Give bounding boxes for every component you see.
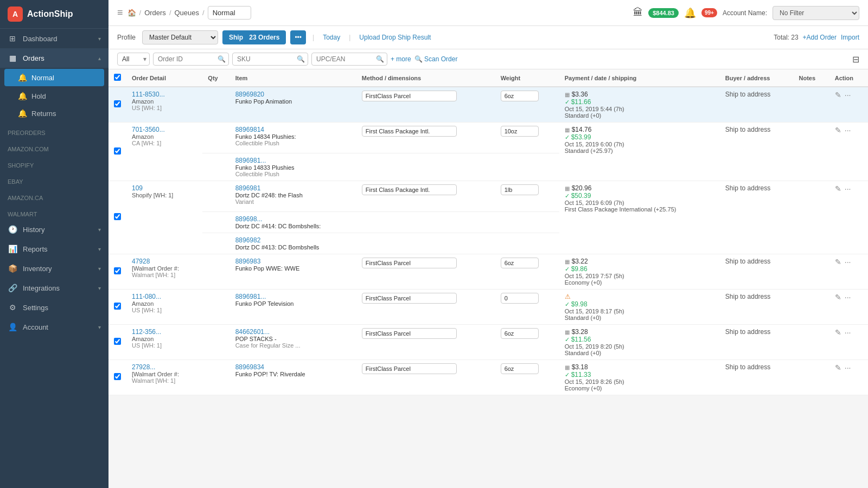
hamburger-icon[interactable]: ≡ — [117, 7, 123, 18]
weight-select[interactable]: 6oz — [501, 91, 539, 101]
scan-order-button[interactable]: 🔍 Scan Order — [414, 55, 458, 63]
payment-amount: $11.66 — [571, 98, 591, 106]
item-sku[interactable]: 8896981... — [235, 293, 351, 300]
row-checkbox[interactable] — [114, 303, 121, 310]
edit-icon[interactable]: ✎ — [835, 363, 841, 372]
order-id[interactable]: 112-356... — [132, 328, 197, 336]
edit-icon[interactable]: ✎ — [835, 184, 841, 193]
weight-select[interactable]: 6oz — [501, 328, 539, 339]
edit-icon[interactable]: ✎ — [835, 293, 841, 301]
row-checkbox[interactable] — [114, 373, 121, 380]
item-sku[interactable]: 88969820 — [235, 91, 351, 98]
ship-to-address[interactable]: Ship to address — [725, 258, 770, 265]
sidebar-item-inventory[interactable]: 📦 Inventory ▾ — [0, 259, 108, 278]
more-actions-icon[interactable]: ··· — [845, 363, 851, 372]
item-sku[interactable]: 84662601... — [235, 328, 351, 336]
row-checkbox[interactable] — [114, 338, 121, 345]
method-select[interactable]: First Class Package Intl. — [362, 126, 457, 137]
ship-to-address[interactable]: Ship to address — [725, 363, 770, 371]
item-sku[interactable]: 8896981... — [235, 157, 351, 164]
table-row: 111-080... Amazon US [WH: 1] 8896981... … — [108, 290, 868, 325]
import-button[interactable]: Import — [841, 34, 859, 41]
more-actions-icon[interactable]: ··· — [845, 293, 851, 301]
row-checkbox[interactable] — [114, 267, 121, 274]
sidebar-item-dashboard[interactable]: ⊞ Dashboard ▾ — [0, 29, 108, 48]
ship-to-address[interactable]: Ship to address — [725, 126, 770, 133]
method-select[interactable]: First Class Package Intl. — [362, 184, 457, 195]
sidebar-item-reports[interactable]: 📊 Reports ▾ — [0, 239, 108, 259]
breadcrumb-home[interactable]: 🏠 — [127, 9, 136, 17]
row-checkbox[interactable] — [114, 100, 121, 107]
ship-button[interactable]: Ship 23 Orders — [222, 30, 286, 44]
method-select[interactable]: FirstClass Parcel — [362, 363, 457, 374]
ship-to-address[interactable]: Ship to address — [725, 293, 770, 300]
more-actions-icon[interactable]: ··· — [845, 258, 851, 266]
ship-to-address[interactable]: Ship to address — [725, 328, 770, 336]
edit-icon[interactable]: ✎ — [835, 258, 841, 266]
weight-select[interactable]: 0 — [501, 293, 539, 304]
order-id[interactable]: 701-3560... — [132, 126, 197, 133]
order-id[interactable]: 111-8530... — [132, 91, 197, 98]
upc-search-icon[interactable]: 🔍 — [376, 55, 384, 63]
more-actions-icon[interactable]: ··· — [845, 91, 851, 99]
bell-notifications-icon[interactable]: 🔔 — [684, 7, 696, 19]
weight-select[interactable]: 6oz — [501, 258, 539, 268]
filter-dropdown[interactable]: No Filter — [773, 6, 859, 20]
item-sku[interactable]: 8896983 — [235, 258, 351, 265]
item-variant: Collectible Plush — [235, 171, 351, 177]
sidebar-item-orders[interactable]: ▦ Orders ▴ — [0, 48, 108, 68]
queue-dropdown[interactable]: Normal Hold Returns — [208, 6, 251, 20]
edit-icon[interactable]: ✎ — [835, 91, 841, 99]
sidebar-item-normal[interactable]: 🔔 Normal — [4, 69, 104, 86]
order-id[interactable]: 111-080... — [132, 293, 197, 300]
building-icon[interactable]: 🏛 — [633, 7, 643, 18]
row-checkbox[interactable] — [114, 213, 121, 220]
sidebar-item-account[interactable]: 👤 Account ▾ — [0, 317, 108, 337]
more-filters-button[interactable]: + more — [391, 55, 411, 63]
profile-select[interactable]: Master Default — [142, 30, 218, 44]
ship-to-address[interactable]: Ship to address — [725, 184, 770, 192]
add-order-button[interactable]: +Add Order — [803, 34, 837, 41]
more-actions-icon[interactable]: ··· — [845, 184, 851, 193]
item-sku[interactable]: 8896982 — [235, 236, 351, 244]
ship-to-address[interactable]: Ship to address — [725, 91, 770, 98]
method-select[interactable]: FirstClass Parcel — [362, 258, 457, 268]
sidebar-item-settings[interactable]: ⚙ Settings — [0, 298, 108, 317]
payment-date: Oct 15, 2019 8:20 (5h) — [565, 343, 714, 350]
method-select[interactable]: FirstClass Parcel — [362, 328, 457, 339]
breadcrumb-orders[interactable]: Orders — [144, 9, 166, 17]
row-checkbox[interactable] — [114, 147, 121, 155]
order-id[interactable]: 47928 — [132, 258, 197, 265]
edit-icon[interactable]: ✎ — [835, 126, 841, 134]
columns-button[interactable]: ⊟ — [852, 54, 859, 65]
ship-dots-button[interactable]: ••• — [290, 30, 306, 44]
method-select[interactable]: FirstClass Parcel — [362, 293, 457, 304]
sidebar-item-integrations[interactable]: 🔗 Integrations ▾ — [0, 278, 108, 298]
order-detail-cell: 111-080... Amazon US [WH: 1] — [126, 290, 202, 325]
sku-search-icon[interactable]: 🔍 — [297, 55, 305, 63]
today-button[interactable]: Today — [321, 30, 342, 44]
more-actions-icon[interactable]: ··· — [845, 328, 851, 337]
item-sku[interactable]: 88969814 — [235, 126, 351, 133]
breadcrumb-queues[interactable]: Queues — [175, 9, 200, 17]
sidebar-item-returns[interactable]: 🔔 Returns — [0, 105, 108, 122]
search-icon[interactable]: 🔍 — [218, 55, 226, 63]
item-sku[interactable]: 889698... — [235, 215, 351, 223]
sidebar-item-history[interactable]: 🕐 History ▾ — [0, 220, 108, 239]
order-id[interactable]: 109 — [132, 184, 197, 192]
order-id[interactable]: 27928... — [132, 363, 197, 371]
weight-select[interactable]: 10oz — [501, 126, 539, 137]
edit-icon[interactable]: ✎ — [835, 328, 841, 337]
item-sku[interactable]: 8896981 — [235, 184, 351, 192]
order-item-cell: 84662601... POP STACKS - Case for Regula… — [230, 325, 356, 360]
weight-select[interactable]: 1lb — [501, 184, 539, 195]
method-select[interactable]: FirstClass Parcel — [362, 91, 457, 101]
weight-select[interactable]: 6oz — [501, 363, 539, 374]
item-sku[interactable]: 88969834 — [235, 363, 351, 371]
order-notes-cell — [793, 360, 829, 395]
upload-button[interactable]: Upload Drop Ship Result — [357, 30, 433, 44]
sidebar-item-hold[interactable]: 🔔 Hold — [0, 87, 108, 105]
select-all-checkbox[interactable] — [114, 74, 121, 81]
item-variant: Case for Regular Size ... — [235, 342, 351, 349]
more-actions-icon[interactable]: ··· — [845, 126, 851, 134]
